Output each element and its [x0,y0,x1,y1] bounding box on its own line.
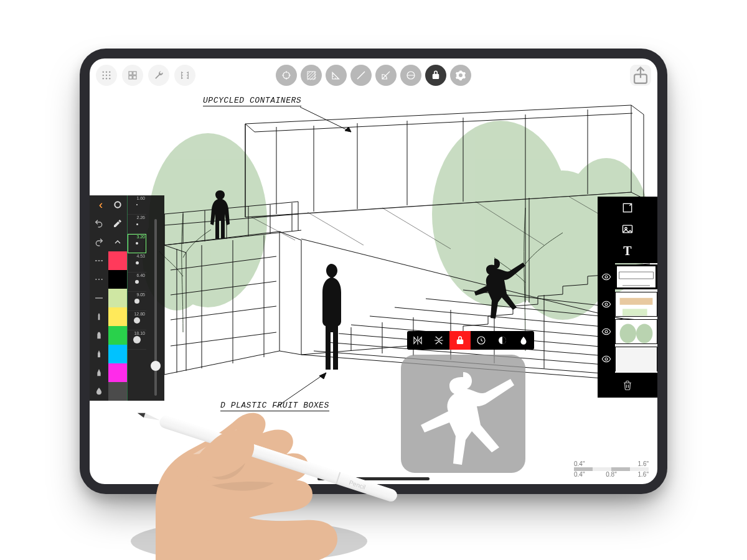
svg-rect-34 [622,309,647,315]
annotation-bottom: D PLASTIC FRUIT BOXES [220,401,329,410]
brush-ink-icon[interactable] [90,363,108,382]
brush-fill-icon[interactable] [90,382,108,401]
visibility-icon[interactable] [598,318,615,345]
svg-rect-19 [308,72,315,79]
eyedropper-icon[interactable] [108,214,127,233]
svg-point-24 [101,279,103,280]
svg-point-22 [95,279,96,280]
svg-point-38 [605,358,608,360]
svg-point-7 [109,72,110,73]
svg-point-32 [605,303,608,306]
size-7[interactable]: 12.80 [128,311,146,330]
svg-point-13 [109,78,110,79]
wrench-icon[interactable] [148,65,169,86]
svg-point-25 [115,202,120,207]
ruler-angle-icon[interactable] [326,65,347,86]
top-toolbar [90,62,657,90]
size-5[interactable]: 6.40 [128,273,146,292]
layer-trees[interactable] [598,345,657,373]
svg-point-36 [620,324,636,343]
color-ring-icon[interactable] [108,195,127,214]
delete-layer-icon[interactable] [598,373,657,398]
caret-up-icon[interactable] [108,233,127,251]
size-3[interactable]: 3.20 [128,234,146,253]
brush-pen-icon[interactable] [90,345,108,363]
stamp-preview[interactable] [401,355,525,473]
svg-point-8 [103,75,104,76]
layer-shading[interactable] [598,291,657,318]
left-tool-panel: ‹‹ [90,195,164,401]
svg-point-9 [106,75,107,76]
swatch-green[interactable] [108,326,127,345]
svg-point-11 [103,78,104,79]
brush-marker-icon[interactable] [90,326,108,345]
home-indicator [317,477,430,480]
svg-point-18 [283,72,290,79]
svg-rect-14 [129,72,132,75]
svg-rect-39 [616,347,657,375]
invert-icon[interactable] [492,331,513,350]
ruler-guides-icon[interactable] [174,65,195,86]
svg-point-37 [636,324,652,343]
stroke-dash-icon[interactable] [90,251,108,270]
svg-rect-16 [129,76,132,79]
svg-point-35 [605,330,608,333]
svg-point-23 [98,279,100,280]
rotate-lock-icon[interactable] [471,331,492,350]
ipad-frame: UPCYCLED CONTAINERS D PLASTIC FRUIT BOXE… [80,49,667,494]
svg-rect-17 [133,76,136,79]
drawing-canvas[interactable]: UPCYCLED CONTAINERS D PLASTIC FRUIT BOXE… [90,58,657,484]
visibility-icon[interactable] [598,291,615,318]
swatch-yellow[interactable] [108,307,127,326]
size-8[interactable]: 18.10 [128,330,146,350]
annotation-top: UPCYCLED CONTAINERS [203,96,301,105]
collapse-panel-icon[interactable]: ‹‹ [90,195,108,214]
lock-shape-icon[interactable] [425,65,446,86]
swatch-cyan[interactable] [108,345,127,363]
svg-rect-15 [133,72,136,75]
swatch-darkgray[interactable] [108,382,127,401]
hatch-icon[interactable] [301,65,322,86]
line-tool-icon[interactable] [350,65,372,86]
size-1[interactable]: 1.60 [128,195,146,215]
ellipse-guide-icon[interactable] [400,65,421,86]
visibility-icon[interactable] [598,345,615,373]
opacity-slider[interactable] [154,219,157,396]
size-2[interactable]: 2.26 [128,215,146,234]
grid-icon[interactable] [122,65,143,86]
new-layer-icon[interactable] [621,202,634,217]
svg-point-5 [103,72,104,73]
share-icon[interactable] [630,65,651,86]
redo-icon[interactable] [90,233,108,251]
swatch-red[interactable] [108,251,127,270]
swatch-magenta[interactable] [108,363,127,382]
size-6[interactable]: 9.05 [128,292,146,311]
layer-linework[interactable] [598,263,657,291]
visibility-icon[interactable] [598,263,615,291]
flip-vertical-icon[interactable] [407,331,428,350]
swatch-black[interactable] [108,270,127,289]
svg-point-31 [605,276,608,278]
stroke-solid-icon[interactable] [90,289,108,307]
grid-dots-icon[interactable] [96,65,117,86]
lock-aspect-icon[interactable] [449,331,471,350]
swatch-sage[interactable] [108,289,127,307]
brush-size-list: 1.60 2.26 3.20 4.53 6.40 9.05 12.80 18.1… [127,195,146,401]
layers-panel: T [598,197,657,398]
settings-gear-icon[interactable] [450,65,471,86]
transform-toolbar [407,331,534,350]
image-layer-icon[interactable] [621,223,634,238]
svg-point-6 [106,72,107,73]
fill-alpha-icon[interactable] [513,331,534,350]
snap-center-icon[interactable] [276,65,297,86]
svg-rect-33 [620,298,653,305]
flip-horizontal-icon[interactable] [428,331,449,350]
undo-icon[interactable] [90,214,108,233]
stroke-dot-icon[interactable] [90,270,108,289]
scale-readout: 0.4"1.6" 0.4"0.8"1.6" [574,460,649,478]
layer-color[interactable] [598,318,657,345]
text-layer-icon[interactable]: T [623,244,631,258]
protractor-icon[interactable] [375,65,397,86]
size-4[interactable]: 4.53 [128,253,146,273]
brush-crayon-icon[interactable] [90,307,108,326]
